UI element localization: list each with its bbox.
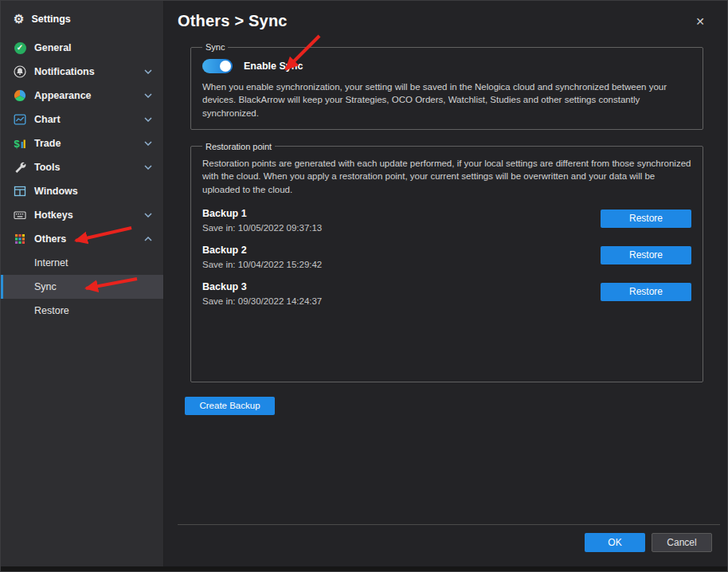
backup-name: Backup 3: [202, 281, 322, 292]
chart-icon: [14, 113, 26, 126]
windows-icon: [14, 185, 26, 198]
sidebar-item-label: Tools: [34, 162, 144, 173]
chevron-down-icon: [144, 141, 152, 146]
chevron-down-icon: [144, 165, 152, 170]
enable-sync-toggle[interactable]: [202, 59, 233, 73]
cancel-button[interactable]: Cancel: [652, 533, 712, 552]
sidebar-subitem-label: Sync: [34, 281, 57, 292]
sidebar-item-label: General: [34, 42, 152, 53]
sidebar-item-chart[interactable]: Chart: [1, 108, 163, 131]
restoration-description: Restoration points are generated with ea…: [202, 157, 691, 196]
restoration-group: Restoration point Restoration points are…: [190, 142, 703, 382]
sidebar-subitem-sync[interactable]: Sync: [1, 275, 163, 299]
main-content: Others > Sync ✕ Sync Enable Sync When yo…: [164, 1, 727, 568]
backup-row: Backup 3 Save in: 09/30/2022 14:24:37 Re…: [202, 281, 691, 306]
sidebar-item-label: Others: [34, 233, 144, 245]
bell-icon: [14, 65, 26, 78]
sync-description: When you enable synchronization, your se…: [202, 80, 691, 119]
sidebar-item-tools[interactable]: Tools: [1, 155, 163, 179]
breadcrumb: Others > Sync: [178, 12, 727, 30]
sidebar-item-appearance[interactable]: Appearance: [1, 84, 163, 108]
sidebar-item-windows[interactable]: Windows: [1, 179, 163, 203]
footer-buttons: OK Cancel: [585, 533, 712, 552]
restore-button[interactable]: Restore: [601, 246, 691, 264]
sidebar-item-trade[interactable]: $ Trade: [1, 131, 163, 155]
palette-icon: [14, 89, 26, 102]
close-icon[interactable]: ✕: [691, 14, 710, 29]
backup-row: Backup 1 Save in: 10/05/2022 09:37:13 Re…: [202, 208, 691, 233]
wrench-icon: [14, 161, 26, 174]
chevron-up-icon: [144, 237, 152, 241]
restore-button[interactable]: Restore: [601, 210, 691, 228]
enable-sync-label: Enable Sync: [244, 61, 303, 72]
ok-button[interactable]: OK: [585, 533, 645, 552]
sidebar-title: Settings: [31, 14, 70, 25]
window-bottom-edge: [1, 566, 727, 571]
backup-info: Backup 2 Save in: 10/04/2022 15:29:42: [202, 245, 322, 269]
grid-dots-icon: [14, 233, 26, 245]
sidebar-item-others[interactable]: Others: [1, 227, 163, 251]
sidebar-subitem-label: Internet: [34, 257, 68, 268]
backup-date: Save in: 10/04/2022 15:29:42: [202, 260, 322, 269]
sync-group: Sync Enable Sync When you enable synchro…: [190, 42, 703, 130]
sidebar-item-label: Windows: [34, 186, 152, 197]
dollar-icon: $: [14, 137, 26, 150]
sidebar-subitem-label: Restore: [34, 305, 69, 316]
backup-info: Backup 3 Save in: 09/30/2022 14:24:37: [202, 281, 322, 306]
sidebar: ⚙ Settings ✓ General Notifications Appea…: [1, 1, 164, 568]
create-backup-button[interactable]: Create Backup: [185, 397, 275, 415]
sidebar-item-notifications[interactable]: Notifications: [1, 60, 163, 84]
sidebar-item-label: Appearance: [34, 90, 144, 101]
sidebar-subitem-restore[interactable]: Restore: [1, 299, 163, 323]
sync-group-legend: Sync: [202, 42, 228, 52]
sidebar-item-label: Trade: [34, 138, 144, 149]
restore-button[interactable]: Restore: [601, 283, 691, 301]
backup-row: Backup 2 Save in: 10/04/2022 15:29:42 Re…: [202, 245, 691, 269]
sidebar-item-label: Hotkeys: [34, 210, 144, 221]
sidebar-subitem-internet[interactable]: Internet: [1, 251, 163, 275]
general-icon: ✓: [14, 41, 26, 54]
backup-info: Backup 1 Save in: 10/05/2022 09:37:13: [202, 208, 322, 233]
backup-date: Save in: 10/05/2022 09:37:13: [202, 223, 322, 233]
backup-name: Backup 1: [202, 208, 322, 219]
chevron-down-icon: [144, 213, 152, 217]
chevron-down-icon: [144, 93, 152, 98]
footer-divider: [178, 524, 720, 525]
chevron-down-icon: [144, 117, 152, 122]
sidebar-item-hotkeys[interactable]: Hotkeys: [1, 203, 163, 227]
backup-name: Backup 2: [202, 245, 322, 256]
settings-window: ⚙ Settings ✓ General Notifications Appea…: [1, 1, 727, 568]
sidebar-item-label: Chart: [34, 114, 144, 125]
chevron-down-icon: [144, 69, 152, 74]
sidebar-item-general[interactable]: ✓ General: [1, 36, 163, 60]
toggle-knob: [220, 61, 231, 72]
keyboard-icon: [14, 209, 26, 221]
svg-text:$: $: [14, 138, 21, 150]
gear-icon: ⚙: [14, 13, 24, 25]
backup-date: Save in: 09/30/2022 14:24:37: [202, 296, 322, 306]
sidebar-header: ⚙ Settings: [1, 2, 163, 36]
sidebar-item-label: Notifications: [34, 66, 144, 77]
restoration-group-legend: Restoration point: [202, 142, 275, 151]
